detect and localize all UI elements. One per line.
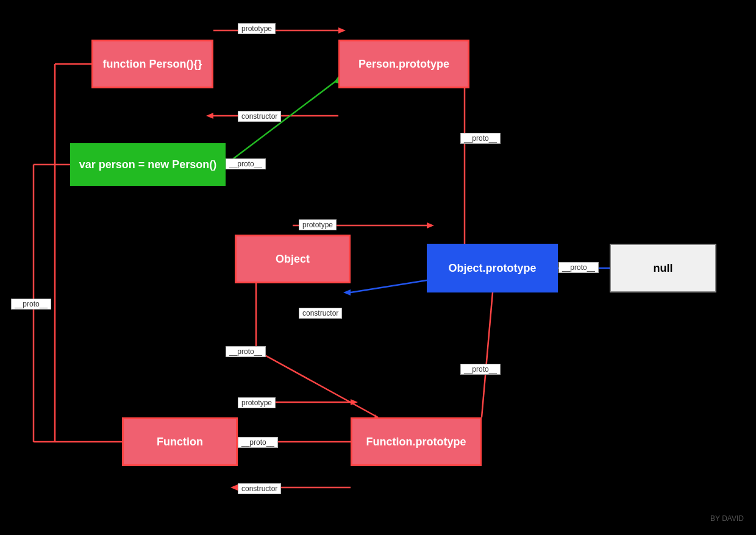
- function-person-node: function Person(){}: [91, 40, 213, 88]
- svg-marker-3: [206, 113, 213, 119]
- person-prototype-node: Person.prototype: [338, 40, 469, 88]
- proto-label-person: __proto__: [226, 158, 266, 169]
- svg-marker-11: [343, 289, 351, 296]
- prototype-label-1: prototype: [238, 23, 276, 34]
- svg-marker-20: [230, 484, 238, 491]
- svg-line-10: [351, 280, 427, 292]
- proto-label-func-proto: __proto__: [460, 364, 501, 375]
- var-person-node: var person = new Person(): [70, 143, 226, 186]
- constructor-label-3: constructor: [238, 483, 281, 494]
- constructor-label-2: constructor: [299, 308, 342, 319]
- object-prototype-node: Object.prototype: [427, 244, 558, 292]
- function-prototype-node: Function.prototype: [351, 417, 482, 466]
- svg-marker-1: [338, 27, 346, 34]
- prototype-label-2: prototype: [299, 219, 337, 230]
- proto-label-left: __proto__: [11, 299, 51, 310]
- object-node: Object: [235, 235, 351, 283]
- svg-line-21: [482, 292, 493, 417]
- prototype-label-3: prototype: [238, 397, 276, 408]
- proto-label-person-proto: __proto__: [460, 133, 501, 144]
- diagram: function Person(){} Person.prototype var…: [0, 0, 756, 535]
- proto-label-object: __proto__: [226, 346, 266, 357]
- watermark: BY DAVID: [710, 514, 744, 523]
- svg-line-4: [226, 79, 338, 165]
- constructor-label-1: constructor: [238, 111, 281, 122]
- svg-marker-16: [351, 399, 358, 405]
- null-node: null: [610, 244, 716, 292]
- proto-label-obj-proto: __proto__: [558, 262, 599, 273]
- proto-label-function: __proto__: [238, 437, 278, 448]
- svg-marker-9: [427, 222, 434, 229]
- function-node: Function: [122, 417, 238, 466]
